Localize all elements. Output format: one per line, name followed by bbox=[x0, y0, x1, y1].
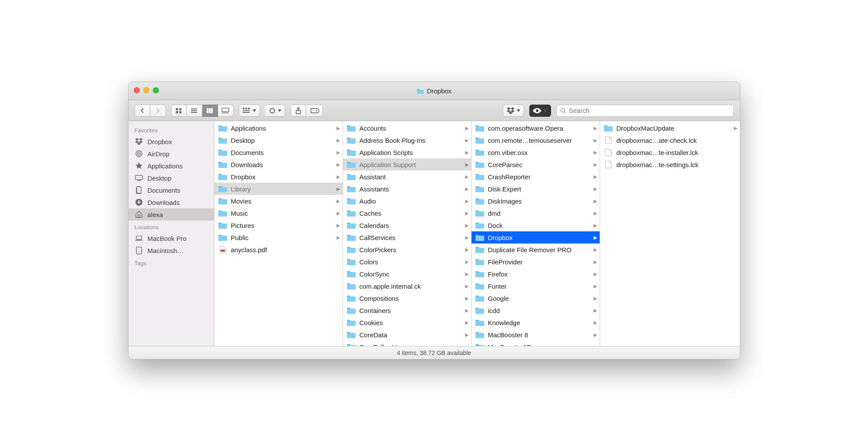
chevron-right-icon: ▶ bbox=[465, 308, 469, 313]
list-item[interactable]: MacBooster 8▶ bbox=[472, 329, 600, 341]
column-2: com.operasoftware.Opera▶com.remote…temou… bbox=[472, 121, 600, 346]
list-item[interactable]: Application Support▶ bbox=[343, 158, 471, 171]
list-item[interactable]: com.viber.osx▶ bbox=[472, 146, 600, 158]
list-item[interactable]: CallServices▶ bbox=[343, 231, 471, 244]
list-item[interactable]: Assistant▶ bbox=[343, 171, 471, 183]
list-item[interactable]: Accounts▶ bbox=[343, 122, 471, 134]
share-button[interactable] bbox=[290, 105, 306, 117]
search-field[interactable] bbox=[556, 105, 734, 117]
list-item[interactable]: MacBoosterAB▶ bbox=[472, 341, 600, 346]
folder-icon bbox=[347, 173, 356, 181]
list-item[interactable]: Dropbox▶ bbox=[215, 171, 343, 183]
item-name: CallServices bbox=[360, 234, 462, 241]
list-item[interactable]: Containers▶ bbox=[343, 304, 471, 316]
forward-button[interactable] bbox=[150, 105, 166, 117]
group-by-button[interactable] bbox=[239, 105, 260, 117]
list-item[interactable]: DiskImages▶ bbox=[472, 195, 600, 207]
list-item[interactable]: Dock▶ bbox=[472, 219, 600, 231]
sidebar-item-macintosh-[interactable]: Macintosh… bbox=[129, 244, 214, 257]
sidebar-item-airdrop[interactable]: AirDrop bbox=[129, 148, 214, 160]
list-item[interactable]: Compositions▶ bbox=[343, 292, 471, 304]
list-item[interactable]: Assistants▶ bbox=[343, 183, 471, 195]
sidebar-item-applications[interactable]: Applications bbox=[129, 160, 214, 172]
list-item[interactable]: Music▶ bbox=[215, 207, 343, 219]
list-item[interactable]: Caches▶ bbox=[343, 207, 471, 219]
sidebar-item-downloads[interactable]: Downloads bbox=[129, 196, 214, 208]
folder-icon bbox=[347, 282, 356, 290]
sidebar-item-documents[interactable]: Documents bbox=[129, 184, 214, 196]
list-item[interactable]: Duplicate File Remover PRO▶ bbox=[472, 244, 600, 256]
list-item[interactable]: Colors▶ bbox=[343, 256, 471, 268]
list-item[interactable]: CoreParsec▶ bbox=[472, 158, 600, 171]
list-item[interactable]: Pictures▶ bbox=[215, 219, 343, 231]
list-item[interactable]: Documents▶ bbox=[215, 146, 343, 158]
list-item[interactable]: Funter▶ bbox=[472, 280, 600, 292]
list-item[interactable]: Applications▶ bbox=[215, 122, 343, 134]
item-name: FileProvider bbox=[488, 258, 590, 266]
list-item[interactable]: Audio▶ bbox=[343, 195, 471, 207]
column-1: Accounts▶Address Book Plug-Ins▶Applicati… bbox=[343, 121, 472, 346]
search-input[interactable] bbox=[569, 107, 730, 114]
gallery-view-button[interactable] bbox=[218, 105, 234, 117]
hidden-files-button[interactable] bbox=[529, 105, 551, 117]
folder-icon bbox=[475, 306, 485, 314]
list-item[interactable]: Address Book Plug-Ins▶ bbox=[343, 134, 471, 146]
chevron-right-icon: ▶ bbox=[465, 235, 469, 240]
sidebar-item-label: Documents bbox=[148, 187, 181, 194]
list-item[interactable]: com.operasoftware.Opera▶ bbox=[472, 122, 600, 134]
file-icon bbox=[604, 136, 613, 144]
column-view-button[interactable] bbox=[202, 105, 218, 117]
list-item[interactable]: Desktop▶ bbox=[215, 134, 343, 146]
list-item[interactable]: CoreData▶ bbox=[343, 329, 471, 341]
list-item[interactable]: dmd▶ bbox=[472, 207, 600, 219]
list-item[interactable]: DropboxMacUpdate▶ bbox=[600, 122, 740, 134]
list-item[interactable]: Cookies▶ bbox=[343, 316, 471, 329]
chevron-right-icon: ▶ bbox=[337, 125, 340, 131]
list-item[interactable]: ColorPickers▶ bbox=[343, 244, 471, 256]
list-item[interactable]: Library▶ bbox=[215, 183, 343, 195]
close-button[interactable] bbox=[134, 87, 140, 93]
sidebar-item-alexa[interactable]: alexa bbox=[129, 208, 214, 220]
sidebar-item-desktop[interactable]: Desktop bbox=[129, 172, 214, 184]
action-menu-button[interactable] bbox=[265, 105, 285, 117]
dropbox-menu-button[interactable] bbox=[503, 105, 524, 117]
list-item[interactable]: CrashReporter▶ bbox=[472, 171, 600, 183]
icon-view-button[interactable] bbox=[171, 105, 187, 117]
list-item[interactable]: Downloads▶ bbox=[215, 158, 343, 171]
list-item[interactable]: Google▶ bbox=[472, 292, 600, 304]
list-item[interactable]: Application Scripts▶ bbox=[343, 146, 471, 158]
chevron-right-icon: ▶ bbox=[594, 259, 597, 265]
zoom-button[interactable] bbox=[153, 87, 159, 93]
sidebar-item-macbook-pro[interactable]: MacBook Pro bbox=[129, 232, 214, 244]
list-item[interactable]: FileProvider▶ bbox=[472, 256, 600, 268]
minimize-button[interactable] bbox=[143, 87, 149, 93]
list-item[interactable]: Dropbox▶ bbox=[472, 231, 600, 244]
tag-button[interactable] bbox=[306, 105, 323, 117]
list-item[interactable]: dropboxmac…te-installer.lck bbox=[600, 146, 740, 158]
item-name: CoreFollowUp bbox=[360, 343, 462, 346]
list-item[interactable]: com.remote…temouseserver▶ bbox=[472, 134, 600, 146]
list-item[interactable]: Firefox▶ bbox=[472, 268, 600, 280]
sidebar-item-dropbox[interactable]: Dropbox bbox=[129, 135, 214, 148]
list-item[interactable]: dropboxmac…ate-check.lck bbox=[600, 134, 740, 146]
list-item[interactable]: ColorSync▶ bbox=[343, 268, 471, 280]
list-item[interactable]: CoreFollowUp▶ bbox=[343, 341, 471, 346]
list-item[interactable]: Movies▶ bbox=[215, 195, 343, 207]
list-item[interactable]: icdd▶ bbox=[472, 304, 600, 316]
file-icon bbox=[604, 161, 613, 168]
svg-rect-21 bbox=[243, 112, 250, 113]
list-item[interactable]: Disk Expert▶ bbox=[472, 183, 600, 195]
list-view-button[interactable] bbox=[187, 105, 202, 117]
back-button[interactable] bbox=[135, 105, 150, 117]
item-name: Containers bbox=[360, 307, 462, 314]
list-item[interactable]: Knowledge▶ bbox=[472, 316, 600, 329]
chevron-right-icon: ▶ bbox=[594, 125, 597, 131]
nav-buttons bbox=[135, 105, 166, 117]
list-item[interactable]: com.apple.internal.ck▶ bbox=[343, 280, 471, 292]
list-item[interactable]: Public▶ bbox=[215, 231, 343, 244]
list-item[interactable]: Calendars▶ bbox=[343, 219, 471, 231]
list-item[interactable]: dropboxmac…te-settings.lck bbox=[600, 158, 740, 171]
folder-icon bbox=[475, 124, 485, 132]
item-name: anyclass.pdf bbox=[231, 246, 340, 253]
list-item[interactable]: anyclass.pdf bbox=[215, 244, 343, 256]
